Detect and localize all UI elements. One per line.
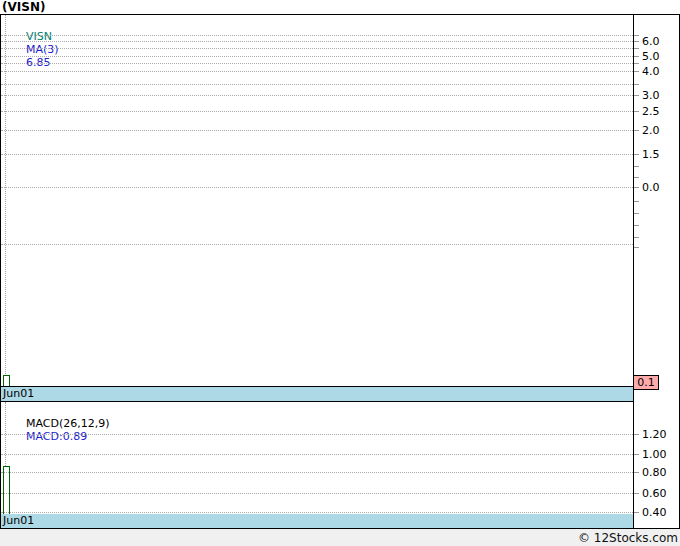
- axis-tick-label: 2.5: [642, 105, 660, 118]
- ma-label: MA(3): [26, 43, 59, 56]
- price-legend: VISN MA(3) 6.85: [5, 17, 71, 82]
- macd-chart-panel: MACD(26,12,9) MACD:0.89: [1, 401, 634, 514]
- axis-tick-label: 0.80: [642, 466, 667, 479]
- axis-tick-label: 0.0: [642, 181, 660, 194]
- gridline: [1, 63, 633, 64]
- gridline: [1, 512, 633, 513]
- gridline: [1, 493, 633, 494]
- gridline: [1, 154, 633, 155]
- gridline: [1, 84, 633, 85]
- axis-tick: [634, 95, 639, 96]
- axis-tick-label: 6.0: [642, 35, 660, 48]
- price-y-axis: 6.05.04.03.02.52.01.50.0: [634, 15, 679, 387]
- axis-tick-label: 2.0: [642, 124, 660, 137]
- axis-tick: [634, 48, 639, 49]
- axis-tick: [634, 177, 639, 178]
- axis-tick: [634, 111, 639, 112]
- macd-bar: [3, 466, 10, 514]
- axis-tick: [634, 130, 639, 131]
- chart-frame: VISN MA(3) 6.85 Jun01 MACD(26,12,9) MACD…: [0, 14, 680, 529]
- gridline: [1, 434, 633, 435]
- axis-tick: [634, 434, 639, 435]
- axis-tick: [634, 247, 639, 248]
- macd-legend: MACD(26,12,9) MACD:0.89: [5, 404, 122, 456]
- axis-tick: [634, 493, 639, 494]
- gridline: [1, 111, 633, 112]
- axis-tick: [634, 154, 639, 155]
- price-date-band: Jun01: [1, 387, 634, 401]
- axis-tick: [634, 63, 639, 64]
- macd-date-band: Jun01: [1, 514, 634, 528]
- chart-header: (VISN): [0, 0, 680, 14]
- axis-tick: [634, 56, 639, 57]
- symbol-title: (VISN): [2, 0, 45, 14]
- gridline: [1, 71, 633, 72]
- gridline: [1, 130, 633, 131]
- axis-tick-label: 4.0: [642, 65, 660, 78]
- gridline: [1, 41, 633, 42]
- axis-tick: [634, 213, 639, 214]
- axis-tick: [634, 71, 639, 72]
- date-label: Jun01: [3, 514, 34, 528]
- axis-tick: [634, 454, 639, 455]
- macd-params-label: MACD(26,12,9): [26, 417, 110, 430]
- gridline: [1, 244, 633, 245]
- axis-tick-label: 1.5: [642, 148, 660, 161]
- gridline: [1, 472, 633, 473]
- gridline: [1, 35, 633, 36]
- axis-tick: [634, 41, 639, 42]
- site-credit-link[interactable]: © 12Stocks.com: [578, 531, 678, 545]
- footer-bar: © 12Stocks.com: [0, 529, 680, 546]
- axis-tick: [634, 166, 639, 167]
- gridline: [1, 454, 633, 455]
- gridline: [1, 56, 633, 57]
- axis-tick-label: 3.0: [642, 89, 660, 102]
- axis-tick-label: 0.60: [642, 487, 667, 500]
- axis-tick-label: 1.20: [642, 428, 667, 441]
- date-label: Jun01: [3, 387, 34, 401]
- axis-tick: [634, 512, 639, 513]
- axis-tick: [634, 35, 639, 36]
- axis-tick-label: 0.40: [642, 506, 667, 519]
- last-price-badge: 0.1: [633, 375, 659, 390]
- candlestick: [3, 375, 10, 386]
- macd-value: MACD:0.89: [26, 430, 87, 443]
- axis-tick: [634, 225, 639, 226]
- axis-tick-label: 1.00: [642, 448, 667, 461]
- axis-tick: [634, 187, 639, 188]
- gridline: [1, 187, 633, 188]
- axis-tick: [634, 201, 639, 202]
- axis-tick-label: 5.0: [642, 50, 660, 63]
- price-chart-panel: VISN MA(3) 6.85: [1, 15, 634, 387]
- gridline: [1, 48, 633, 49]
- axis-tick: [634, 237, 639, 238]
- axis-tick: [634, 472, 639, 473]
- axis-tick: [634, 84, 639, 85]
- gridline: [1, 95, 633, 96]
- macd-y-axis: 1.201.000.800.600.40: [634, 402, 679, 514]
